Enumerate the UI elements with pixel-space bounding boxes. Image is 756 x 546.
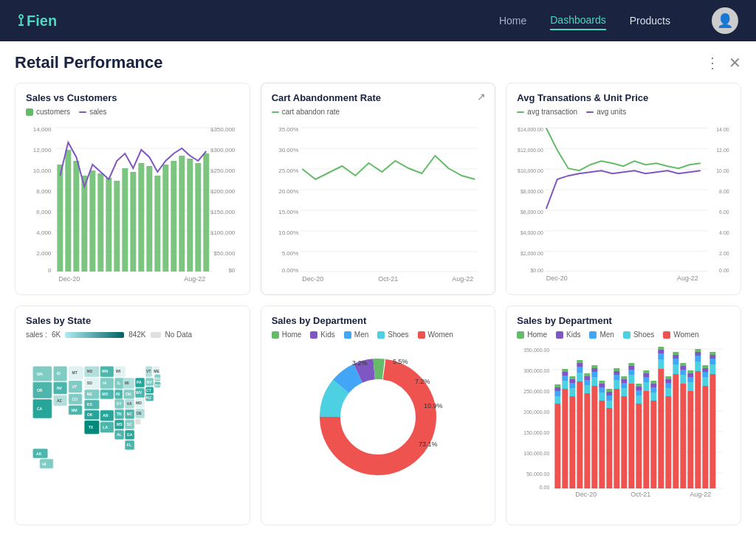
women-label: Women: [428, 331, 453, 339]
home-label: Home: [282, 331, 302, 339]
donut-svg: 73.1% 10.9% 7.2% 5.5% 3.2%: [304, 343, 452, 491]
more-options-icon[interactable]: ⋮: [705, 54, 720, 72]
svg-text:300,000.00: 300,000.00: [524, 368, 550, 373]
svg-rect-41: [195, 163, 201, 272]
women6-color: [663, 331, 670, 339]
svg-rect-198: [599, 384, 605, 387]
svg-text:4,000: 4,000: [36, 229, 52, 236]
svg-text:10.00: 10.00: [717, 168, 730, 173]
legend-cart-abandon: cart abandon rate: [272, 108, 340, 116]
legend-men: Men: [344, 331, 368, 339]
svg-text:6,000: 6,000: [36, 209, 52, 215]
legend6-shoes: Shoes: [623, 331, 654, 339]
us-map-svg: WA OR CA ID MT NV UT AZ CO NM: [26, 343, 239, 513]
svg-rect-179: [570, 376, 576, 379]
svg-rect-206: [614, 380, 620, 389]
svg-text:100,000.00: 100,000.00: [524, 451, 550, 456]
legend-customers: customers: [26, 108, 70, 116]
page-actions: ⋮ ✕: [705, 54, 741, 72]
nav-dashboards[interactable]: Dashboards: [550, 11, 606, 30]
svg-text:NV: NV: [57, 386, 63, 390]
svg-rect-239: [659, 347, 664, 350]
svg-rect-232: [651, 387, 657, 393]
svg-text:NE: NE: [87, 392, 93, 396]
svg-rect-31: [114, 181, 120, 272]
svg-rect-40: [187, 159, 193, 272]
women6-label: Women: [673, 331, 698, 339]
map-legend: sales : 6K 842K No Data: [26, 331, 239, 339]
avatar[interactable]: 👤: [712, 7, 738, 34]
svg-rect-251: [681, 375, 687, 384]
svg-text:Aug-22: Aug-22: [452, 275, 473, 283]
nav-products[interactable]: Products: [630, 12, 670, 30]
svg-rect-274: [710, 352, 716, 355]
svg-rect-165: [555, 404, 561, 488]
avg-units-label: avg units: [597, 108, 626, 116]
men6-label: Men: [599, 331, 614, 339]
svg-rect-177: [570, 383, 576, 388]
svg-rect-175: [570, 396, 576, 488]
svg-rect-181: [577, 373, 583, 381]
svg-rect-214: [622, 376, 628, 379]
svg-rect-28: [89, 170, 95, 272]
svg-rect-262: [695, 356, 701, 362]
svg-rect-24: [57, 165, 63, 272]
svg-rect-180: [577, 381, 583, 488]
svg-text:MD: MD: [136, 401, 142, 405]
svg-rect-197: [599, 387, 605, 393]
svg-text:OR: OR: [37, 388, 43, 393]
chart5-legend: Home Kids Men Shoes Women: [272, 331, 485, 339]
state-ia: [100, 378, 114, 389]
svg-rect-245: [673, 374, 679, 488]
svg-rect-26: [73, 161, 79, 272]
svg-rect-170: [563, 389, 568, 488]
logo-text: Fien: [27, 13, 57, 30]
expand-icon[interactable]: ↗: [477, 91, 486, 103]
home-color: [272, 331, 279, 339]
kids6-label: Kids: [566, 331, 580, 339]
svg-text:200,000.00: 200,000.00: [524, 410, 550, 415]
svg-rect-250: [681, 384, 687, 488]
svg-text:4.00: 4.00: [719, 230, 729, 235]
svg-rect-249: [673, 352, 679, 355]
svg-text:Oct-21: Oct-21: [631, 491, 651, 498]
svg-text:PA: PA: [137, 380, 142, 384]
svg-rect-178: [570, 379, 576, 383]
svg-text:2,000: 2,000: [36, 250, 52, 257]
chart3-svg: $14,000.00 $12,000.00 $10,000.00 $8,000.…: [517, 120, 730, 283]
svg-rect-166: [555, 396, 561, 404]
svg-text:$300,000: $300,000: [210, 147, 236, 153]
svg-text:$10,000.00: $10,000.00: [518, 168, 543, 173]
home6-color: [517, 331, 524, 339]
svg-rect-260: [695, 371, 701, 488]
svg-text:CO: CO: [72, 397, 78, 401]
svg-text:15.00%: 15.00%: [278, 209, 298, 215]
legend-women: Women: [418, 331, 453, 339]
chart2-legend: cart abandon rate: [272, 108, 485, 116]
chart1-title: Sales vs Customers: [26, 92, 239, 103]
svg-rect-241: [666, 388, 672, 396]
svg-rect-237: [659, 353, 664, 359]
svg-text:IN: IN: [116, 392, 120, 396]
svg-text:TX: TX: [89, 425, 94, 429]
svg-text:NH: NH: [155, 377, 160, 381]
customers-color: [26, 108, 33, 116]
nav-home[interactable]: Home: [499, 12, 526, 30]
svg-rect-29: [97, 173, 103, 272]
svg-rect-272: [710, 359, 716, 364]
svg-text:MT: MT: [72, 370, 78, 375]
svg-text:Dec-20: Dec-20: [546, 274, 568, 282]
svg-rect-218: [629, 366, 635, 370]
svg-text:35.00%: 35.00%: [278, 126, 298, 133]
svg-text:OH: OH: [126, 392, 131, 396]
close-icon[interactable]: ✕: [729, 54, 741, 72]
svg-rect-258: [688, 373, 694, 377]
svg-rect-172: [563, 376, 568, 381]
svg-text:CA: CA: [37, 407, 43, 411]
svg-rect-261: [695, 362, 701, 371]
shoes-label: Shoes: [388, 331, 408, 339]
svg-rect-35: [146, 166, 152, 272]
svg-text:0.00: 0.00: [540, 485, 550, 490]
legend6-men: Men: [589, 331, 614, 339]
svg-text:5.00%: 5.00%: [281, 250, 298, 257]
